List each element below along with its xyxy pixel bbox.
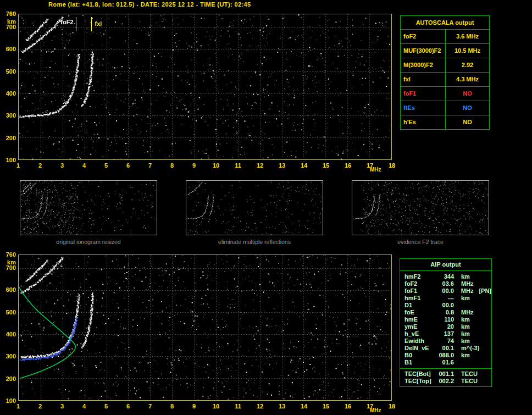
row-label: MUF(3000)F2 xyxy=(401,44,446,58)
row-label: hmE xyxy=(404,316,435,323)
aip-table-header: AIP output xyxy=(400,259,491,271)
x-axis-tick: 9 xyxy=(188,162,200,169)
row-unit: km xyxy=(461,323,470,330)
row-unit: km xyxy=(461,330,470,337)
y-axis-tick: 300 xyxy=(1,353,16,359)
thumbnail-eliminate-canvas xyxy=(186,181,323,235)
y-axis-tick: 500 xyxy=(1,68,16,75)
main-ionogram-canvas xyxy=(19,14,391,159)
row-unit: TECU xyxy=(461,378,478,385)
thumbnail-caption: evidence F2 trace xyxy=(352,239,489,245)
x-axis-unit: MHz xyxy=(370,167,381,173)
x-axis-tick: 16 xyxy=(342,162,354,169)
row-unit: m^(-3) xyxy=(461,345,479,352)
thumbnail-evidence-canvas xyxy=(352,181,489,235)
autoscala-table-header: AUTOSCALA output xyxy=(401,16,489,30)
row-unit: km xyxy=(461,295,470,302)
row-label: h'Es xyxy=(401,115,446,129)
x-axis-tick: 2 xyxy=(34,162,46,169)
row-value: 00.1 xyxy=(435,345,454,352)
row-label: TEC[Top] xyxy=(404,378,435,385)
row-value: 2.92 xyxy=(446,58,489,72)
x-axis-tick: 5 xyxy=(100,162,112,169)
row-value: 0.8 xyxy=(435,309,454,316)
row-value: 002.2 xyxy=(435,378,454,385)
x-axis-tick: 6 xyxy=(122,162,134,169)
row-value: 137 xyxy=(435,330,454,337)
row-value: 001.1 xyxy=(435,370,454,378)
x-axis-tick: 1 xyxy=(12,403,24,410)
y-axis-unit: km xyxy=(1,18,16,25)
y-axis-tick: 200 xyxy=(1,375,16,382)
row-value: NO xyxy=(446,101,489,115)
row-label: h_vE xyxy=(404,330,435,337)
x-axis-tick: 1 xyxy=(12,162,24,169)
row-label: foF1 xyxy=(401,87,446,101)
row-value: 344 xyxy=(435,273,454,280)
x-axis-tick: 8 xyxy=(166,162,178,169)
x-axis-tick: 7 xyxy=(144,403,156,410)
table-row: hmF2344km xyxy=(400,273,491,280)
thumbnail-evidence-f2 xyxy=(352,180,489,235)
table-row: foE0.8MHz xyxy=(400,309,491,316)
row-unit: MHz xyxy=(461,287,474,295)
thumbnail-caption: eliminate multiple reflections xyxy=(186,239,323,245)
y-axis-tick: 400 xyxy=(1,90,16,97)
table-row: TEC[Top]002.2TECU xyxy=(400,378,491,385)
row-label: foE xyxy=(404,309,435,316)
row-value: 01.6 xyxy=(435,359,454,366)
row-value: --- xyxy=(435,295,454,302)
table-row: hmF1---km xyxy=(400,295,491,302)
table-row: h'EsNO xyxy=(401,115,489,129)
table-row: B0088.0km xyxy=(400,352,491,359)
thumbnail-original-ionogram xyxy=(20,180,157,235)
table-row: TEC[Bot]001.1TECU xyxy=(400,370,491,378)
table-row: Ewidth74km xyxy=(400,337,491,345)
row-label: ftEs xyxy=(401,101,446,115)
row-unit: MHz xyxy=(461,309,474,316)
row-label: foF2 xyxy=(401,30,446,43)
row-value: 00.0 xyxy=(435,287,454,295)
x-axis-tick: 16 xyxy=(342,403,354,410)
y-axis-tick: 760 xyxy=(1,251,16,258)
x-axis-tick: 7 xyxy=(144,162,156,169)
x-axis-tick: 8 xyxy=(166,403,178,410)
table-row: foF1NO xyxy=(401,87,489,101)
x-axis-tick: 13 xyxy=(276,403,288,410)
table-row: foF23.6 MHz xyxy=(401,30,489,44)
x-axis-tick: 15 xyxy=(320,403,332,410)
y-axis-tick: 500 xyxy=(1,309,16,316)
restored-ionogram-plot xyxy=(18,254,392,401)
x-axis-tick: 18 xyxy=(386,162,398,169)
aip-table-separator xyxy=(400,368,491,369)
row-unit: km xyxy=(461,352,470,359)
x-axis-tick: 3 xyxy=(56,403,68,410)
x-axis-tick: 11 xyxy=(232,162,244,169)
x-axis-tick: 6 xyxy=(122,403,134,410)
row-label: hmF2 xyxy=(404,273,435,280)
row-note: [PN] xyxy=(479,287,491,295)
row-value: 74 xyxy=(435,337,454,345)
row-label: foF2 xyxy=(404,280,435,287)
row-value: 20 xyxy=(435,323,454,330)
autoscala-screen: Rome (lat: +41.8, lon: 012.5) - DATE: 20… xyxy=(0,0,532,415)
table-row: D100.0 xyxy=(400,302,491,309)
y-axis-tick: 300 xyxy=(1,112,16,119)
autoscala-output-table: AUTOSCALA outputfoF23.6 MHzMUF(3000)F210… xyxy=(400,15,490,130)
x-axis-unit: MHz xyxy=(370,407,381,413)
thumbnail-original-canvas xyxy=(20,181,157,235)
row-unit: km xyxy=(461,316,470,323)
station-title: Rome (lat: +41.8, lon: 012.5) - DATE: 20… xyxy=(48,1,251,8)
table-row: M(3000)F22.92 xyxy=(401,58,489,73)
x-axis-tick: 4 xyxy=(78,162,90,169)
table-row: fxl4.3 MHz xyxy=(401,73,489,87)
row-value: 110 xyxy=(435,316,454,323)
row-unit: TECU xyxy=(461,370,478,378)
x-axis-tick: 12 xyxy=(254,403,266,410)
row-label: DelN_vE xyxy=(404,345,435,352)
table-row: MUF(3000)F210.5 MHz xyxy=(401,44,489,58)
table-row: foF203.6MHz xyxy=(400,280,491,287)
row-label: TEC[Bot] xyxy=(404,370,435,378)
y-axis-tick: 400 xyxy=(1,331,16,337)
table-row: h_vE137km xyxy=(400,330,491,337)
